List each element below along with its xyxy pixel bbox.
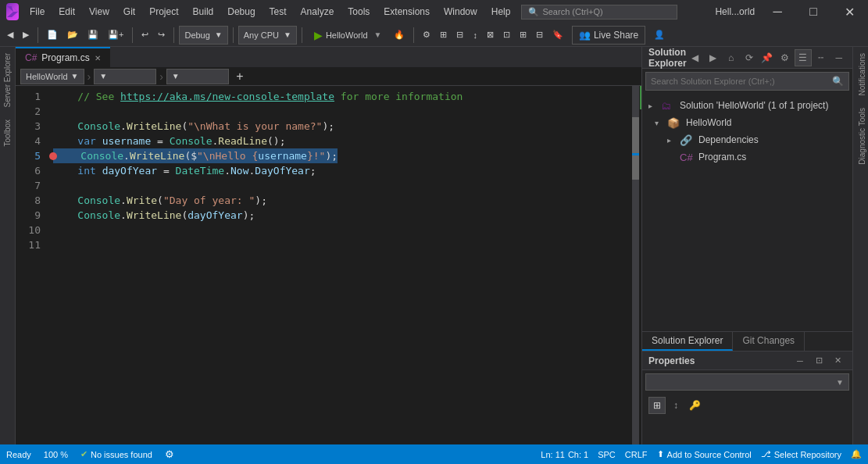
sol-settings-btn[interactable]: ⚙ [777,49,794,66]
tab-close-icon[interactable]: ✕ [95,54,101,62]
menu-view[interactable]: View [83,3,116,20]
menu-extensions[interactable]: Extensions [377,3,436,20]
bookmark-button[interactable]: 🔖 [548,26,567,45]
separator-5 [302,27,302,43]
tree-item-project[interactable]: ▾ 📦 HelloWorld [642,114,852,131]
properties-dropdown[interactable]: ▼ [645,373,849,391]
tree-item-programcs[interactable]: C# Program.cs [642,148,852,166]
zoom-control[interactable]: 100 % [44,450,68,459]
program-cs-tab[interactable]: C# Program.cs ✕ [16,47,110,67]
prop-icon-2[interactable]: ↕ [667,397,684,414]
sol-properties-btn[interactable]: ☰ [795,49,812,66]
run-button[interactable]: ▶ HelloWorld ▼ [307,26,389,45]
title-bar: File Edit View Git Project Build Debug T… [0,0,868,23]
search-glass-icon: 🔍 [832,76,844,87]
toolbar-btn-4[interactable]: ↕ [469,26,481,45]
live-share-button[interactable]: 👥 Live Share [572,26,645,45]
breadcrumb-method[interactable]: ▼ [166,69,229,84]
code-content[interactable]: // See https://aka.ms/new-console-templa… [47,86,632,444]
select-repository-button[interactable]: ⎇ Select Repository [761,449,841,459]
menu-debug[interactable]: Debug [221,3,261,20]
diagnostic-tools-tab[interactable]: Diagnostic Tools [853,102,868,171]
debug-config-dropdown[interactable]: Debug ▼ [179,26,227,45]
minimize-button[interactable]: ─ [759,0,795,23]
menu-git[interactable]: Git [117,3,141,20]
account-button[interactable]: 👤 [650,26,669,45]
redo-button[interactable]: ↪ [154,26,169,45]
toolbar-btn-8[interactable]: ⊟ [532,26,547,45]
menu-help[interactable]: Help [485,3,517,20]
breadcrumb-namespace[interactable]: ▼ [94,69,156,84]
breadcrumb-arrow-1: ▼ [71,72,79,80]
crlf-indicator[interactable]: CRLF [625,450,648,459]
prop-expand-btn[interactable]: ⊡ [810,354,827,368]
menu-edit[interactable]: Edit [52,3,81,20]
save-all-button[interactable]: 💾+ [104,26,127,45]
close-button[interactable]: ✕ [831,0,867,23]
menu-project[interactable]: Project [143,3,184,20]
add-member-button[interactable]: + [232,69,248,84]
open-file-button[interactable]: 📂 [63,26,82,45]
line-num-10: 10 [16,223,41,237]
sol-home-btn[interactable]: ⌂ [723,49,740,66]
new-project-button[interactable]: 📄 [43,26,62,45]
search-icon: 🔍 [528,7,539,17]
tree-item-dependencies[interactable]: ▸ 🔗 Dependencies [642,131,852,148]
maximize-button[interactable]: □ [795,0,831,23]
title-center: 🔍 Search (Ctrl+Q) Hell...orld [521,5,755,20]
solution-search-box[interactable]: 🔍 [645,72,849,91]
title-search-box[interactable]: 🔍 Search (Ctrl+Q) [521,5,677,20]
server-explorer-tab[interactable]: Server Explorer [2,47,13,113]
menu-window[interactable]: Window [438,3,484,20]
hot-reload-button[interactable]: 🔥 [390,26,409,45]
status-ready: Ready [6,450,31,459]
toolbox-tab[interactable]: Toolbox [2,113,13,152]
expand-icon-project: ▾ [655,119,667,127]
tree-item-solution[interactable]: ▸ 🗂 Solution 'HelloWorld' (1 of 1 projec… [642,97,852,114]
right-panel: Solution Explorer ◀ ▶ ⌂ ⟳ 📌 ⚙ ☰ ╌ ─ ✕ 🔍 … [641,47,852,444]
line-num-8: 8 [16,193,41,208]
tab-solution-explorer[interactable]: Solution Explorer [642,332,733,351]
prop-close-btn[interactable]: ✕ [829,354,846,368]
notifications-bell[interactable]: 🔔 [851,449,862,459]
forward-button[interactable]: ▶ [19,26,33,45]
menu-test[interactable]: Test [263,3,293,20]
line-num-9: 9 [16,208,41,223]
cpu-config-arrow: ▼ [284,30,291,39]
code-issues-gear[interactable]: ⚙ [165,448,174,460]
sol-close-btn[interactable]: ╌ [813,49,830,66]
sol-back-btn[interactable]: ◀ [687,49,704,66]
menu-file[interactable]: File [23,3,51,20]
run-dropdown-arrow: ▼ [374,30,382,39]
vertical-scrollbar[interactable] [632,86,641,444]
csharp-file-icon: C# [680,152,695,163]
sol-forward-btn[interactable]: ▶ [705,49,722,66]
undo-button[interactable]: ↩ [138,26,152,45]
toolbar-btn-2[interactable]: ⊞ [436,26,451,45]
no-issues-indicator[interactable]: ✔ No issues found [80,449,152,459]
solution-search-input[interactable] [651,77,832,86]
add-source-control-button[interactable]: ⬆ Add to Source Control [657,449,752,459]
menu-build[interactable]: Build [187,3,220,20]
toolbar-btn-5[interactable]: ⊠ [483,26,498,45]
notifications-tab[interactable]: Notifications [853,47,868,102]
toolbar-btn-1[interactable]: ⚙ [419,26,434,45]
prop-pin-btn[interactable]: ─ [791,354,809,368]
sol-pin-btn[interactable]: 📌 [759,49,776,66]
breadcrumb-helloworld[interactable]: HelloWorld ▼ [20,69,84,84]
code-line-1: // See https://aka.ms/new-console-templa… [53,89,632,104]
toolbar-btn-7[interactable]: ⊞ [516,26,530,45]
tab-git-changes[interactable]: Git Changes [733,332,805,351]
toolbar-btn-3[interactable]: ⊟ [452,26,467,45]
save-button[interactable]: 💾 [84,26,102,45]
menu-analyze[interactable]: Analyze [295,3,341,20]
menu-tools[interactable]: Tools [341,3,376,20]
sol-refresh-btn[interactable]: ⟳ [741,49,758,66]
cpu-config-dropdown[interactable]: Any CPU ▼ [238,26,297,45]
toolbar-btn-6[interactable]: ⊡ [499,26,514,45]
prop-icon-1[interactable]: ⊞ [648,397,666,414]
prop-icon-3[interactable]: 🔑 [686,397,703,414]
spc-indicator[interactable]: SPC [598,450,616,459]
sol-pin2-btn[interactable]: ─ [830,49,848,66]
back-button[interactable]: ◀ [3,26,17,45]
